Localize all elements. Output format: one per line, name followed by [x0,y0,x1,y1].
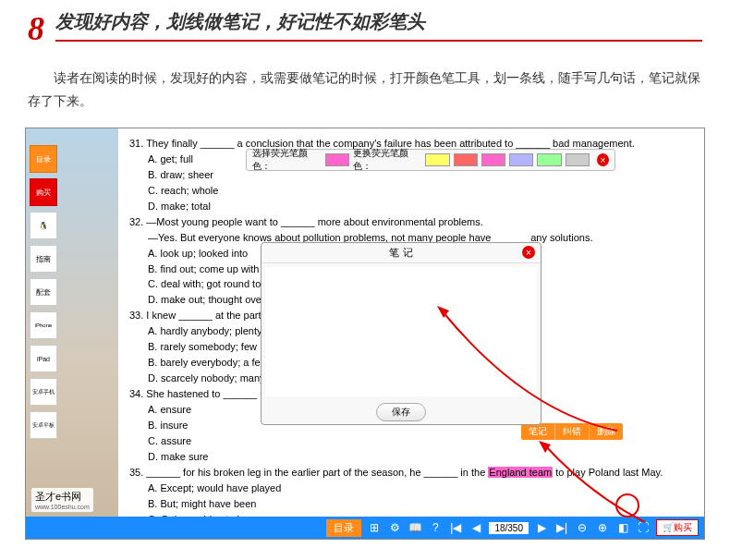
help-icon[interactable]: ? [428,520,443,535]
option-35a: A. Except; would have played [129,481,693,496]
section-number: 8 [28,9,44,48]
qq-icon: 🐧 [39,222,48,230]
highlighter-toolbar: 选择荧光笔颜色： 更换荧光笔颜色： × [246,149,615,171]
scribble-tab[interactable]: 纠错 [555,423,590,440]
app-screenshot: 目录 购买 🐧 指南 配套 iPhone iPad 安卓手机 安卓平板 31. … [25,128,705,540]
bottom-catalog-button[interactable]: 目录 [326,519,361,537]
color-swatch-blue[interactable] [509,153,533,166]
prev-page-icon[interactable]: ◀ [468,520,483,535]
annotation-bar: 笔记 纠错 删除 [521,423,623,440]
brand-logo: 圣才e书网 www.100eshu.com [31,488,93,512]
iphone-button[interactable]: iPhone [30,311,57,339]
color-swatch-pink[interactable] [481,153,505,166]
settings-icon[interactable]: ⚙ [387,520,402,535]
color-swatch-green[interactable] [537,153,561,166]
option-34d: D. make sure [129,450,693,465]
question-35: 35. ______ for his broken leg in the ear… [129,466,693,481]
color-swatch-red[interactable] [454,153,478,166]
logo-title: 圣才e书网 [35,490,90,504]
note-popup-header: 笔 记 × [262,243,541,263]
close-highlighter-icon[interactable]: × [597,153,609,166]
buy-button[interactable]: 购买 [30,178,57,206]
android-phone-button[interactable]: 安卓手机 [30,378,57,406]
save-note-button[interactable]: 保存 [376,403,426,421]
color-swatch-active[interactable] [325,153,349,166]
last-page-icon[interactable]: ▶| [554,520,569,535]
note-textarea[interactable] [265,267,537,396]
left-toolbar: 目录 购买 🐧 指南 配套 iPhone iPad 安卓手机 安卓平板 [30,145,59,439]
android-tablet-button[interactable]: 安卓平板 [30,411,57,439]
ipad-button[interactable]: iPad [30,345,57,372]
section-title: 发现好内容，划线做笔记，好记性不如彩笔头 [55,9,702,34]
page-indicator[interactable]: 18/350 [489,522,529,534]
color-swatch-yellow[interactable] [425,153,449,166]
intro-text: 读者在阅读的时候，发现好的内容，或需要做笔记的时候，打开颜色笔工具，划一条线，随… [0,55,730,122]
bottom-toolbar: 目录 ⊞ ⚙ 📖 ? |◀ ◀ 18/350 ▶ ▶| ⊖ ⊕ ◧ ⛶ 🛒购买 [26,517,704,539]
note-tab[interactable]: 笔记 [521,423,555,440]
next-page-icon[interactable]: ▶ [534,520,549,535]
option-35b: B. But; might have been [129,497,693,512]
support-button[interactable]: 配套 [30,278,57,306]
note-popup: 笔 记 × 保存 [261,242,541,425]
note-popup-title: 笔 记 [389,246,412,260]
catalog-button[interactable]: 目录 [30,145,57,173]
close-note-icon[interactable]: × [522,246,535,259]
qq-button[interactable]: 🐧 [30,212,57,239]
grid-icon[interactable]: ⊞ [367,520,382,535]
first-page-icon[interactable]: |◀ [448,520,463,535]
highlighter-tool-icon[interactable]: ◧ [615,520,630,535]
bottom-buy-button[interactable]: 🛒购买 [656,519,699,536]
highlighted-text[interactable]: England team [488,467,553,478]
select-color-label: 选择荧光笔颜色： [252,147,322,173]
zoom-out-icon[interactable]: ⊖ [575,520,590,535]
option-31c: C. reach; whole [129,184,693,199]
option-31d: D. make; total [129,200,693,214]
color-swatch-gray[interactable] [566,153,590,166]
delete-tab[interactable]: 删除 [590,423,623,440]
fullscreen-icon[interactable]: ⛶ [636,520,651,535]
guide-button[interactable]: 指南 [30,245,57,273]
zoom-in-icon[interactable]: ⊕ [595,520,610,535]
change-color-label: 更换荧光笔颜色： [353,147,422,173]
question-32: 32. —Most young people want to ______ mo… [129,215,693,230]
logo-url: www.100eshu.com [35,504,90,510]
bookmark-icon[interactable]: 📖 [408,520,422,535]
